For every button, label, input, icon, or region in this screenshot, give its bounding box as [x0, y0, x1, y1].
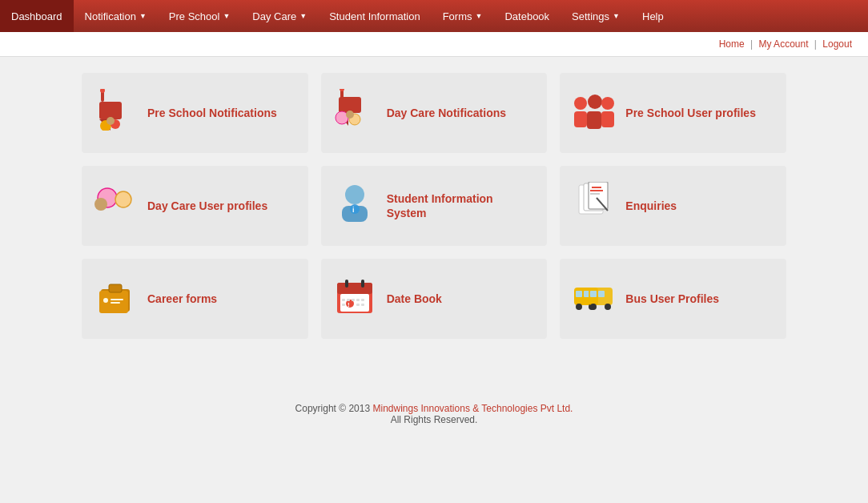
svg-rect-38	[111, 299, 123, 300]
svg-rect-0	[99, 102, 122, 119]
career-forms-label: Career forms	[147, 292, 217, 306]
preschool-userprofiles-label: Pre School User profiles	[625, 106, 756, 120]
svg-point-13	[346, 111, 354, 119]
svg-rect-50	[356, 299, 360, 301]
svg-rect-42	[340, 294, 369, 312]
enquiries-icon	[573, 182, 614, 230]
daycare-userprofiles-icon	[94, 182, 136, 230]
svg-point-3	[100, 89, 105, 93]
svg-rect-54	[361, 304, 364, 306]
card-daycare-notifications[interactable]: Day Care Notifications	[321, 73, 548, 153]
svg-point-37	[103, 298, 108, 303]
svg-point-14	[574, 97, 587, 110]
myaccount-link[interactable]: My Account	[758, 38, 808, 50]
svg-point-22	[94, 198, 107, 211]
svg-point-65	[605, 304, 611, 310]
daycare-notifications-label: Day Care Notifications	[387, 106, 506, 120]
svg-rect-29	[589, 182, 608, 209]
svg-rect-48	[347, 299, 350, 301]
card-daycare-userprofiles[interactable]: Day Care User profiles	[82, 166, 308, 246]
card-bus-userprofiles[interactable]: Bus User Profiles	[560, 259, 786, 339]
home-link[interactable]: Home	[719, 38, 745, 50]
svg-rect-56	[576, 291, 582, 297]
daycare-notifications-icon	[334, 89, 376, 137]
datebook-label: Date Book	[387, 292, 442, 306]
chevron-down-icon: ▼	[613, 12, 620, 20]
svg-text:i: i	[352, 206, 355, 214]
svg-rect-31	[590, 190, 603, 191]
chevron-down-icon: ▼	[299, 12, 307, 20]
enquiries-label: Enquiries	[625, 199, 677, 213]
svg-point-64	[590, 304, 597, 310]
svg-point-59	[576, 304, 582, 310]
preschool-notifications-icon	[94, 89, 136, 137]
dashboard-grid: Pre School NotificationsDay Care Notific…	[82, 73, 786, 339]
main-content: Pre School NotificationsDay Care Notific…	[0, 57, 868, 355]
chevron-down-icon: ▼	[476, 12, 483, 20]
student-information-label: Student Information System	[387, 191, 535, 220]
bus-userprofiles-icon	[573, 275, 614, 323]
preschool-userprofiles-icon	[573, 89, 614, 137]
card-enquiries[interactable]: Enquiries	[560, 166, 786, 246]
footer-copyright: Copyright © 2013	[295, 403, 373, 414]
svg-rect-49	[352, 299, 355, 301]
svg-rect-39	[111, 302, 120, 304]
card-student-information[interactable]: iStudent Information System	[321, 166, 548, 246]
footer: Copyright © 2013 Mindwings Innovations &…	[0, 387, 868, 441]
preschool-notifications-label: Pre School Notifications	[147, 106, 277, 120]
svg-rect-63	[598, 291, 605, 297]
svg-rect-17	[587, 111, 601, 129]
svg-rect-30	[592, 187, 601, 188]
nav-item-settings[interactable]: Settings▼	[561, 0, 631, 32]
svg-text:!: !	[348, 301, 350, 308]
student-information-icon: i	[334, 182, 376, 230]
chevron-down-icon: ▼	[139, 12, 147, 20]
svg-point-6	[106, 117, 115, 125]
svg-rect-15	[574, 111, 587, 127]
svg-point-25	[350, 204, 360, 214]
main-nav: DashboardNotification▼Pre School▼Day Car…	[0, 0, 868, 32]
svg-point-18	[601, 97, 614, 110]
svg-rect-19	[601, 111, 614, 127]
svg-rect-41	[337, 283, 372, 294]
svg-rect-52	[342, 304, 345, 306]
card-preschool-notifications[interactable]: Pre School Notifications	[82, 73, 308, 153]
svg-point-16	[588, 95, 602, 109]
nav-item-dashboard[interactable]: Dashboard	[0, 0, 74, 32]
subheader: Home | My Account | Logout	[0, 32, 868, 57]
nav-item-datebook[interactable]: Datebook	[493, 0, 561, 32]
svg-rect-62	[590, 291, 597, 297]
footer-brand: Mindwings Innovations & Technologies Pvt…	[372, 403, 573, 414]
svg-rect-32	[590, 193, 600, 195]
nav-item-student-information[interactable]: Student Information	[318, 0, 431, 32]
chevron-down-icon: ▼	[223, 12, 230, 20]
card-career-forms[interactable]: Career forms	[82, 259, 308, 339]
svg-rect-53	[356, 304, 360, 306]
card-preschool-userprofiles[interactable]: Pre School User profiles	[560, 73, 786, 153]
daycare-userprofiles-label: Day Care User profiles	[147, 199, 267, 213]
nav-item-forms[interactable]: Forms▼	[432, 0, 494, 32]
career-forms-icon	[94, 275, 136, 323]
nav-item-pre-school[interactable]: Pre School▼	[158, 0, 242, 32]
logout-link[interactable]: Logout	[822, 38, 852, 50]
svg-rect-36	[109, 284, 122, 292]
nav-item-day-care[interactable]: Day Care▼	[241, 0, 318, 32]
footer-rights: All Rights Reserved.	[16, 414, 852, 425]
svg-rect-44	[361, 280, 364, 288]
nav-item-notification[interactable]: Notification▼	[74, 0, 158, 32]
svg-point-21	[115, 191, 131, 207]
nav-item-help[interactable]: Help	[631, 0, 675, 32]
bus-userprofiles-label: Bus User Profiles	[625, 292, 719, 306]
svg-point-10	[340, 89, 344, 91]
datebook-icon: !	[334, 275, 376, 323]
card-datebook[interactable]: !Date Book	[321, 259, 548, 339]
svg-point-23	[345, 185, 364, 204]
svg-rect-43	[345, 280, 348, 288]
svg-rect-47	[342, 299, 345, 301]
svg-rect-51	[361, 299, 364, 301]
